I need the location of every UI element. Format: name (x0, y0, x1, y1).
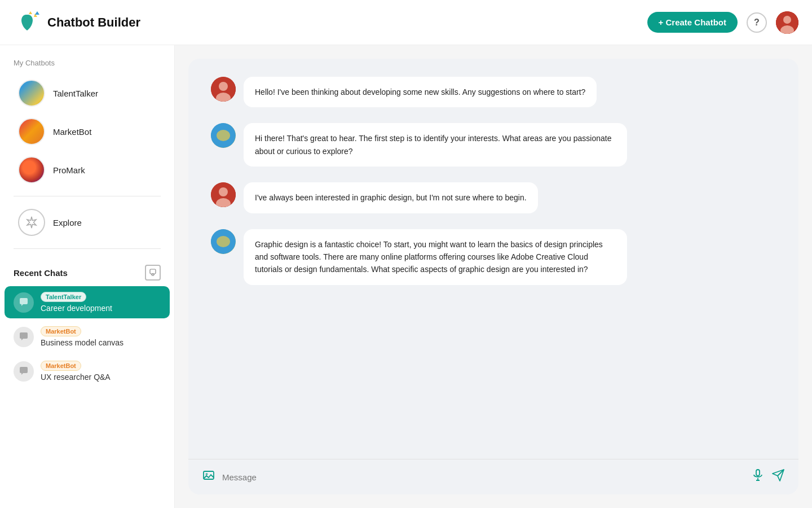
svg-point-4 (783, 16, 791, 24)
new-chat-button[interactable] (145, 265, 161, 281)
bot-avatar-msg2 (211, 123, 236, 148)
message-4-bubble: Graphic design is a fantastic choice! To… (244, 229, 627, 285)
svg-point-14 (217, 130, 230, 141)
sidebar-item-talenttalker[interactable]: TalentTalker (5, 74, 170, 112)
message-4: Graphic design is a fantastic choice! To… (211, 229, 776, 285)
my-chatbots-label: My Chatbots (0, 59, 174, 74)
message-3: I've always been interested in graphic d… (211, 182, 776, 213)
message-1: Hello! I've been thinking about developi… (211, 77, 776, 107)
header: Chatbot Builder + Create Chatbot ? (0, 0, 812, 45)
divider-2 (14, 248, 161, 249)
send-button[interactable] (771, 468, 785, 485)
bot-avatar-msg4 (211, 229, 236, 254)
app-title: Chatbot Builder (47, 15, 140, 30)
business-chat-title: Business model canvas (41, 338, 123, 347)
talenttalker-name: TalentTalker (53, 89, 98, 98)
image-upload-button[interactable] (202, 468, 215, 485)
recent-chat-ux[interactable]: MarketBot UX researcher Q&A (5, 355, 170, 387)
explore-icon (18, 209, 45, 236)
layout: My Chatbots TalentTalker MarketBot ProMa… (0, 45, 812, 508)
svg-point-16 (219, 187, 228, 196)
ux-chat-title: UX researcher Q&A (41, 373, 111, 382)
create-chatbot-button[interactable]: + Create Chatbot (647, 12, 738, 33)
svg-rect-22 (756, 470, 760, 476)
header-left: Chatbot Builder (14, 9, 140, 36)
main-area: Hello! I've been thinking about developi… (175, 45, 812, 508)
promark-name: ProMark (53, 165, 85, 175)
business-chat-info: MarketBot Business model canvas (41, 326, 123, 347)
header-right: + Create Chatbot ? (647, 11, 798, 34)
sidebar: My Chatbots TalentTalker MarketBot ProMa… (0, 45, 175, 508)
talenttalker-avatar (18, 80, 45, 107)
chat-bubble-icon (19, 297, 29, 308)
help-button[interactable]: ? (747, 12, 767, 33)
recent-chats-label: Recent Chats (14, 268, 68, 278)
message-2: Hi there! That's great to hear. The firs… (211, 123, 776, 167)
user-avatar-msg1 (211, 77, 236, 102)
message-2-bubble: Hi there! That's great to hear. The firs… (244, 123, 627, 167)
svg-marker-2 (35, 11, 39, 15)
promark-avatar (18, 156, 45, 183)
new-chat-icon (149, 269, 157, 277)
ux-chat-info: MarketBot UX researcher Q&A (41, 361, 111, 382)
chat-icon-career (14, 292, 34, 313)
input-area (188, 459, 798, 494)
messages-container: Hello! I've been thinking about developi… (188, 59, 798, 459)
chat-icon-business (14, 327, 34, 347)
send-icon (771, 468, 785, 482)
image-icon (202, 468, 215, 482)
message-1-bubble: Hello! I've been thinking about developi… (244, 77, 597, 107)
sidebar-item-marketbot[interactable]: MarketBot (5, 112, 170, 151)
marketbot-avatar (18, 118, 45, 145)
logo-icon (14, 9, 41, 36)
explore-name: Explore (53, 218, 82, 227)
avatar[interactable] (776, 11, 798, 34)
microphone-button[interactable] (751, 468, 765, 485)
svg-point-21 (206, 473, 208, 475)
svg-point-19 (217, 236, 230, 247)
svg-point-11 (219, 82, 228, 91)
career-chat-info: TalentTalker Career development (41, 292, 112, 313)
business-chat-tag: MarketBot (41, 326, 81, 336)
career-chat-tag: TalentTalker (41, 292, 86, 302)
marketbot-name: MarketBot (53, 127, 91, 137)
svg-rect-6 (150, 269, 156, 274)
message-3-bubble: I've always been interested in graphic d… (244, 182, 538, 213)
svg-marker-1 (29, 11, 32, 14)
divider-1 (14, 196, 161, 196)
user-avatar-msg3 (211, 182, 236, 207)
message-input[interactable] (222, 470, 744, 484)
career-chat-title: Career development (41, 304, 112, 313)
recent-chat-career[interactable]: TalentTalker Career development (5, 286, 170, 318)
chat-area: Hello! I've been thinking about developi… (188, 59, 798, 494)
recent-chats-header: Recent Chats (0, 258, 174, 285)
chat-bubble-icon-3 (19, 366, 29, 376)
ux-chat-tag: MarketBot (41, 361, 81, 371)
sidebar-item-promark[interactable]: ProMark (5, 151, 170, 189)
recent-chat-business[interactable]: MarketBot Business model canvas (5, 321, 170, 353)
chat-icon-ux (14, 361, 34, 382)
sidebar-item-explore[interactable]: Explore (5, 203, 170, 242)
microphone-icon (751, 468, 765, 482)
avatar-image (776, 11, 798, 34)
chat-bubble-icon-2 (19, 332, 29, 342)
